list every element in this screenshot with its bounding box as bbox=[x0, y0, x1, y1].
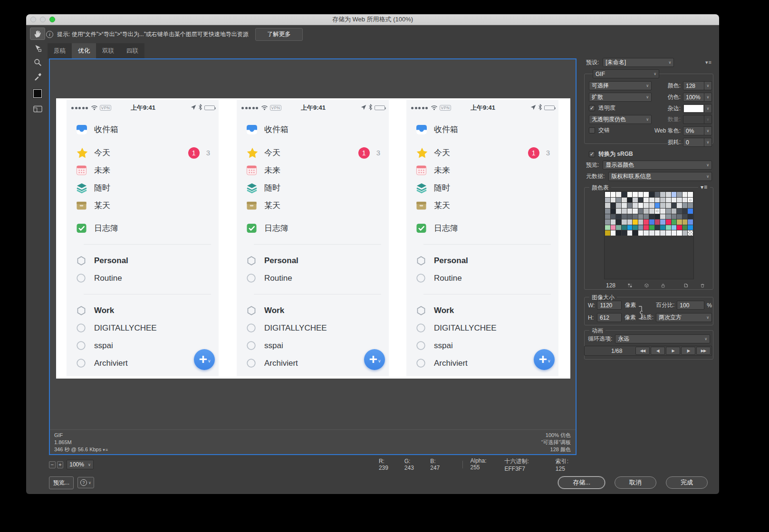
color-swatch[interactable] bbox=[638, 230, 644, 236]
color-swatch[interactable] bbox=[638, 225, 644, 230]
color-swatch[interactable] bbox=[633, 230, 638, 236]
lock-color-icon[interactable] bbox=[661, 282, 665, 289]
color-swatch[interactable] bbox=[638, 203, 644, 208]
snap-to-web-palette-icon[interactable] bbox=[628, 282, 632, 289]
color-swatch[interactable] bbox=[638, 219, 644, 225]
color-swatch[interactable] bbox=[644, 203, 649, 208]
loop-options-select[interactable]: 永远∨ bbox=[615, 334, 710, 343]
color-swatch[interactable] bbox=[611, 214, 616, 219]
color-swatch[interactable] bbox=[616, 203, 621, 208]
color-swatch[interactable] bbox=[672, 203, 677, 208]
color-swatch[interactable] bbox=[666, 225, 671, 230]
websnap-input[interactable]: 0%∨ bbox=[683, 126, 712, 135]
play-button[interactable]: ▶ bbox=[666, 347, 680, 355]
preset-select[interactable]: [未命名]∨ bbox=[603, 58, 674, 67]
color-swatch[interactable] bbox=[627, 209, 633, 214]
color-swatch[interactable] bbox=[660, 219, 665, 225]
color-swatch[interactable] bbox=[605, 225, 610, 230]
color-swatch[interactable] bbox=[605, 198, 610, 203]
color-swatch[interactable] bbox=[611, 203, 616, 208]
color-swatch[interactable] bbox=[682, 192, 688, 197]
color-swatch[interactable] bbox=[682, 198, 688, 203]
color-swatch[interactable] bbox=[677, 214, 682, 219]
color-swatch[interactable] bbox=[627, 214, 633, 219]
zoom-level-select[interactable]: 100%∨ bbox=[67, 460, 94, 469]
color-swatch[interactable] bbox=[688, 209, 693, 214]
color-swatch[interactable] bbox=[644, 198, 649, 203]
metadata-select[interactable]: 版权和联系信息∨ bbox=[608, 172, 712, 181]
color-swatch[interactable] bbox=[677, 225, 682, 230]
color-swatch[interactable] bbox=[605, 192, 610, 197]
color-swatch[interactable] bbox=[672, 230, 677, 236]
color-swatch[interactable] bbox=[616, 225, 621, 230]
color-swatch[interactable] bbox=[682, 209, 688, 214]
color-swatch[interactable] bbox=[660, 209, 665, 214]
color-swatch[interactable] bbox=[644, 214, 649, 219]
image-canvas[interactable]: VPN上午9:41收件箱今天13未来随时某天日志簿PersonalRoutine… bbox=[56, 98, 570, 379]
color-swatch[interactable] bbox=[688, 230, 693, 236]
color-swatch[interactable] bbox=[649, 192, 654, 197]
color-swatch[interactable] bbox=[655, 203, 660, 208]
color-swatch[interactable] bbox=[633, 192, 638, 197]
color-swatch[interactable] bbox=[649, 209, 654, 214]
zoom-button[interactable] bbox=[49, 17, 55, 22]
color-swatch[interactable] bbox=[649, 230, 654, 236]
preview-in-browser-button[interactable]: 预览... bbox=[49, 476, 74, 489]
colors-input[interactable]: 128∨ bbox=[683, 81, 712, 90]
dither-input[interactable]: 100%∨ bbox=[683, 93, 712, 102]
color-swatch[interactable] bbox=[633, 214, 638, 219]
color-swatch[interactable] bbox=[672, 214, 677, 219]
color-swatch[interactable] bbox=[655, 192, 660, 197]
color-swatch[interactable] bbox=[672, 198, 677, 203]
color-swatch[interactable] bbox=[616, 192, 621, 197]
color-swatch[interactable] bbox=[627, 225, 633, 230]
minimize-button[interactable] bbox=[40, 17, 46, 22]
color-swatch[interactable] bbox=[672, 225, 677, 230]
color-swatch[interactable] bbox=[677, 192, 682, 197]
color-swatch[interactable] bbox=[627, 203, 633, 208]
color-swatch[interactable] bbox=[655, 214, 660, 219]
hand-tool[interactable] bbox=[30, 28, 45, 40]
color-swatch[interactable] bbox=[644, 192, 649, 197]
color-swatch[interactable]: ◇ bbox=[688, 198, 693, 203]
color-swatch[interactable] bbox=[633, 209, 638, 214]
tab-original[interactable]: 原稿 bbox=[48, 43, 72, 59]
color-swatch[interactable] bbox=[622, 219, 627, 225]
color-swatch[interactable] bbox=[677, 219, 682, 225]
color-swatch[interactable] bbox=[677, 209, 682, 214]
tab-2up[interactable]: 双联 bbox=[96, 43, 120, 59]
color-swatch[interactable] bbox=[682, 230, 688, 236]
color-swatch[interactable] bbox=[638, 214, 644, 219]
learn-more-button[interactable]: 了解更多 bbox=[255, 28, 303, 41]
color-swatch[interactable] bbox=[644, 225, 649, 230]
eyedropper-tool[interactable] bbox=[30, 70, 45, 83]
color-swatch[interactable] bbox=[688, 214, 693, 219]
color-swatch[interactable] bbox=[616, 198, 621, 203]
color-swatch[interactable] bbox=[638, 209, 644, 214]
color-swatch[interactable] bbox=[688, 192, 693, 197]
toggle-slices-visibility[interactable] bbox=[30, 103, 45, 115]
previous-frame-button[interactable]: ◀| bbox=[651, 347, 665, 355]
color-swatch[interactable] bbox=[660, 214, 665, 219]
color-swatch[interactable]: ◇ bbox=[655, 209, 660, 214]
color-swatch[interactable] bbox=[627, 219, 633, 225]
zoom-in-button[interactable]: + bbox=[57, 461, 64, 468]
color-swatch[interactable] bbox=[677, 198, 682, 203]
color-swatch[interactable] bbox=[660, 198, 665, 203]
color-swatch[interactable] bbox=[655, 230, 660, 236]
color-swatch[interactable] bbox=[616, 230, 621, 236]
color-swatch[interactable] bbox=[622, 230, 627, 236]
color-swatch[interactable] bbox=[633, 198, 638, 203]
color-swatch[interactable] bbox=[644, 209, 649, 214]
color-swatch[interactable] bbox=[605, 214, 610, 219]
color-swatch[interactable] bbox=[611, 230, 616, 236]
color-swatch[interactable] bbox=[605, 230, 610, 236]
color-swatch[interactable] bbox=[655, 225, 660, 230]
web-shift-cube-icon[interactable] bbox=[644, 282, 649, 289]
zoom-out-button[interactable]: − bbox=[49, 461, 56, 468]
color-swatch[interactable] bbox=[666, 198, 671, 203]
first-frame-button[interactable]: ◀◀ bbox=[635, 347, 650, 355]
delete-color-icon[interactable] bbox=[701, 282, 704, 289]
color-swatch[interactable] bbox=[666, 192, 671, 197]
color-swatch[interactable] bbox=[638, 192, 644, 197]
